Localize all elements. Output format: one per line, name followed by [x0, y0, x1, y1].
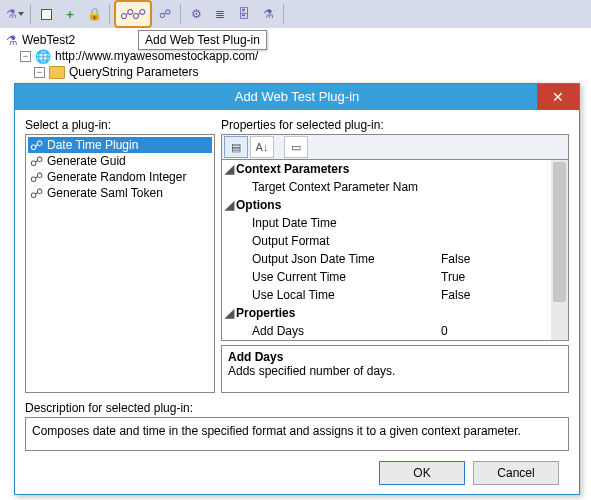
- folder-icon: [49, 66, 65, 79]
- description-label: Description for selected plug-in:: [25, 401, 569, 415]
- plugin-item-icon: ☍: [30, 170, 43, 185]
- collapse-icon[interactable]: ◢: [222, 198, 236, 212]
- props-label: Properties for selected plug-in:: [221, 118, 569, 132]
- propertygrid-toolbar: ▤ A↓ ▭: [221, 134, 569, 159]
- plugin-item-label: Generate Guid: [47, 154, 126, 168]
- cancel-button[interactable]: Cancel: [473, 461, 559, 485]
- categorized-button[interactable]: ▤: [224, 136, 248, 158]
- tree-url-label: http://www.myawesomestockapp.com/: [55, 49, 258, 63]
- dialog-titlebar: Add Web Test Plug-in ✕: [15, 84, 579, 110]
- pages-icon: ▭: [291, 141, 301, 154]
- scrollbar-thumb[interactable]: [553, 162, 566, 302]
- dialog-title: Add Web Test Plug-in: [235, 89, 360, 104]
- toolbar-separator: [180, 4, 181, 24]
- list-icon: ≣: [215, 7, 225, 21]
- tool-button-1[interactable]: ⚙: [185, 3, 207, 25]
- prop-value[interactable]: False: [441, 252, 551, 266]
- lock-button[interactable]: 🔒: [83, 3, 105, 25]
- prop-value[interactable]: True: [441, 270, 551, 284]
- propertygrid-scrollbar[interactable]: [551, 160, 568, 340]
- prop-key[interactable]: Output Format: [236, 234, 441, 248]
- webtest-icon: ⚗: [6, 33, 18, 48]
- tool-button-4[interactable]: ⚗: [257, 3, 279, 25]
- record-icon: [41, 9, 52, 20]
- flask2-icon: ⚗: [263, 7, 274, 21]
- plugin-item-icon: ☍: [30, 138, 43, 153]
- close-icon: ✕: [552, 89, 564, 105]
- prop-category: Context Parameters: [236, 162, 551, 176]
- plugin-item-label: Date Time Plugin: [47, 138, 138, 152]
- prop-category: Properties: [236, 306, 551, 320]
- flask-icon: ⚗: [6, 7, 17, 21]
- plugin-item-datetime[interactable]: ☍ Date Time Plugin: [28, 137, 212, 153]
- plugin-item-icon: ☍: [30, 154, 43, 169]
- record-button[interactable]: [35, 3, 57, 25]
- toolbar-separator: [109, 4, 110, 24]
- help-desc: Adds specified number of days.: [228, 364, 562, 378]
- description-box: Composes date and time in the specified …: [25, 417, 569, 451]
- categorized-icon: ▤: [231, 141, 241, 154]
- request-plugin-icon: ☍: [159, 7, 171, 21]
- alphabetical-button[interactable]: A↓: [250, 136, 274, 158]
- prop-key[interactable]: Input Date Time: [236, 216, 441, 230]
- plus-icon: ＋: [64, 6, 76, 23]
- request-plugin-button[interactable]: ☍: [154, 3, 176, 25]
- plugin-item-icon: ☍: [30, 186, 43, 201]
- prop-key[interactable]: Use Current Time: [236, 270, 441, 284]
- plugin-item-saml[interactable]: ☍ Generate Saml Token: [28, 185, 212, 201]
- dialog-body: Select a plug-in: ☍ Date Time Plugin ☍ G…: [15, 110, 579, 497]
- ok-button[interactable]: OK: [379, 461, 465, 485]
- tree-qsp-label: QueryString Parameters: [69, 65, 198, 79]
- collapse-icon[interactable]: −: [20, 51, 31, 62]
- collapse-icon[interactable]: −: [34, 67, 45, 78]
- property-grid[interactable]: ◢Context Parameters Target Context Param…: [221, 159, 569, 341]
- tree-qsp-node[interactable]: − QueryString Parameters: [6, 64, 585, 80]
- prop-key[interactable]: Use Local Time: [236, 288, 441, 302]
- prop-key[interactable]: Target Context Parameter Nam: [236, 180, 441, 194]
- add-webtest-plugin-dialog: Add Web Test Plug-in ✕ Select a plug-in:…: [14, 83, 580, 495]
- toolbar-separator: [30, 4, 31, 24]
- plugin-list[interactable]: ☍ Date Time Plugin ☍ Generate Guid ☍ Gen…: [25, 134, 215, 393]
- property-help: Add Days Adds specified number of days.: [221, 345, 569, 393]
- plugin-item-label: Generate Saml Token: [47, 186, 163, 200]
- property-pages-button[interactable]: ▭: [284, 136, 308, 158]
- tool-button-3[interactable]: 🗄: [233, 3, 255, 25]
- help-name: Add Days: [228, 350, 562, 364]
- lock-icon: 🔒: [87, 7, 102, 21]
- tree-root[interactable]: ⚗ WebTest2: [6, 32, 585, 48]
- prop-key[interactable]: Output Json Date Time: [236, 252, 441, 266]
- sort-az-icon: A↓: [256, 141, 269, 153]
- settings-icon: ⚙: [191, 7, 202, 21]
- toolbar-separator: [283, 4, 284, 24]
- select-plugin-label: Select a plug-in:: [25, 118, 215, 132]
- tool-button-2[interactable]: ≣: [209, 3, 231, 25]
- prop-value[interactable]: 0: [441, 324, 551, 338]
- add-webtest-plugin-button[interactable]: ☍ ☍: [114, 0, 152, 28]
- globe-icon: 🌐: [35, 49, 51, 64]
- close-button[interactable]: ✕: [537, 84, 579, 110]
- main-toolbar: ⚗ ＋ 🔒 ☍ ☍ ☍ ⚙ ≣ 🗄 ⚗ Add Web Test Plug-in: [0, 0, 591, 28]
- dialog-buttons: OK Cancel: [25, 451, 569, 497]
- prop-key[interactable]: Add Days: [236, 324, 441, 338]
- plugin-icon-2: ☍: [132, 6, 146, 22]
- tree-url-node[interactable]: − 🌐 http://www.myawesomestockapp.com/: [6, 48, 585, 64]
- datasource-icon: 🗄: [238, 7, 250, 21]
- prop-category: Options: [236, 198, 551, 212]
- prop-value[interactable]: False: [441, 288, 551, 302]
- collapse-icon[interactable]: ◢: [222, 306, 236, 320]
- plugin-item-label: Generate Random Integer: [47, 170, 186, 184]
- plugin-item-random-int[interactable]: ☍ Generate Random Integer: [28, 169, 212, 185]
- tree-root-label: WebTest2: [22, 33, 75, 47]
- flask-dropdown-button[interactable]: ⚗: [4, 3, 26, 25]
- tooltip: Add Web Test Plug-in: [138, 30, 267, 50]
- collapse-icon[interactable]: ◢: [222, 162, 236, 176]
- plugin-item-guid[interactable]: ☍ Generate Guid: [28, 153, 212, 169]
- add-button[interactable]: ＋: [59, 3, 81, 25]
